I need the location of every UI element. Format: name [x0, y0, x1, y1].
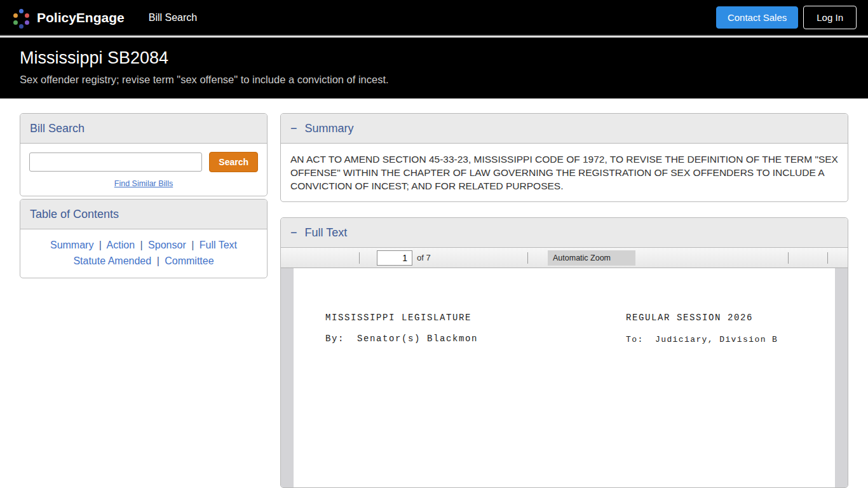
toc-link-summary[interactable]: Summary [50, 240, 93, 250]
table-of-contents-panel: Table of Contents Summary | Action | Spo… [20, 199, 268, 278]
logo-dots-icon [11, 8, 31, 27]
pdf-text-legislature: MISSISSIPPI LEGISLATURE [325, 313, 471, 323]
search-button[interactable]: Search [209, 152, 258, 172]
log-in-button[interactable]: Log In [803, 6, 857, 29]
toolbar-separator [788, 252, 789, 264]
toc-links-row: Summary | Action | Sponsor | Full Text [27, 237, 261, 253]
logo-dot [13, 13, 18, 18]
logo-dot [25, 20, 29, 25]
brand-logo-text[interactable]: PolicyEngage [37, 10, 125, 25]
navbar: PolicyEngage Bill Search Contact Sales L… [0, 0, 868, 36]
toc-link-committee[interactable]: Committee [165, 255, 214, 266]
pdf-page: MISSISSIPPI LEGISLATURE REGULAR SESSION … [294, 268, 835, 488]
toc-separator: | [191, 240, 194, 250]
zoom-select[interactable]: Automatic Zoom [548, 250, 635, 266]
navbar-actions: Contact Sales Log In [716, 6, 857, 29]
toc-links: Summary | Action | Sponsor | Full Text S… [20, 229, 267, 278]
summary-text: AN ACT TO AMEND SECTION 45-33-23, MISSIS… [281, 144, 848, 201]
logo-dot [25, 13, 29, 18]
toc-separator: | [140, 240, 143, 250]
toc-separator: | [99, 240, 102, 250]
bill-search-panel: Bill Search Search Find Similar Bills [20, 113, 268, 196]
toolbar-separator [359, 252, 360, 264]
full-text-panel-title: Full Text [305, 226, 348, 239]
pdf-viewer[interactable]: MISSISSIPPI LEGISLATURE REGULAR SESSION … [281, 268, 848, 488]
toc-link-action[interactable]: Action [107, 240, 135, 250]
bill-search-panel-title: Bill Search [20, 114, 267, 144]
logo-dot [13, 20, 18, 25]
summary-panel: −Summary AN ACT TO AMEND SECTION 45-33-2… [280, 113, 848, 202]
toolbar-separator [827, 252, 828, 264]
pdf-text-session: REGULAR SESSION 2026 [626, 313, 753, 323]
contact-sales-button[interactable]: Contact Sales [716, 6, 798, 29]
collapse-icon[interactable]: − [290, 226, 297, 240]
bill-description: Sex offender registry; revise term "sex … [20, 74, 848, 86]
bill-header: Mississippi SB2084 Sex offender registry… [0, 37, 868, 98]
find-similar-bills-link[interactable]: Find Similar Bills [29, 179, 258, 188]
page-count-label: of 7 [417, 248, 431, 268]
pdf-text-committee-ref: To: Judiciary, Division B [626, 335, 778, 344]
toc-links-row: Statute Amended | Committee [27, 253, 261, 269]
page-number-input[interactable] [377, 250, 412, 266]
toc-link-sponsor[interactable]: Sponsor [148, 240, 186, 250]
logo-dot [19, 24, 24, 29]
toolbar-separator [527, 252, 528, 264]
collapse-icon[interactable]: − [290, 121, 297, 135]
nav-item-bill-search[interactable]: Bill Search [149, 12, 197, 24]
summary-panel-header[interactable]: −Summary [281, 114, 848, 144]
bill-search-input[interactable] [29, 152, 202, 172]
toc-panel-title: Table of Contents [20, 200, 267, 229]
summary-panel-title: Summary [305, 122, 354, 135]
pdf-toolbar: of 7 Automatic Zoom [281, 248, 848, 268]
full-text-panel: −Full Text of 7 Automatic Zoom MISSISSIP… [280, 217, 848, 488]
toc-link-full-text[interactable]: Full Text [200, 240, 237, 250]
full-text-panel-header[interactable]: −Full Text [281, 218, 848, 248]
logo-dot [19, 9, 24, 13]
page-title: Mississippi SB2084 [20, 48, 848, 68]
bill-search-panel-body: Search Find Similar Bills [20, 144, 267, 196]
pdf-text-author: By: Senator(s) Blackmon [325, 334, 478, 344]
toc-link-statute-amended[interactable]: Statute Amended [73, 255, 151, 266]
toc-separator: | [157, 255, 159, 266]
